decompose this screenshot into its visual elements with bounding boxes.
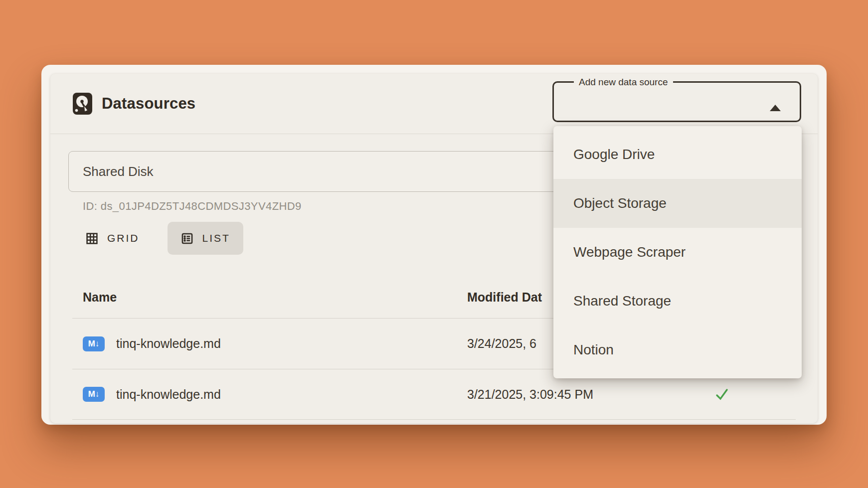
file-name: tinq-knowledge.md [116, 387, 221, 402]
list-icon [180, 232, 194, 245]
menu-item-google-drive[interactable]: Google Drive [553, 130, 802, 179]
menu-item-shared-storage[interactable]: Shared Storage [553, 277, 802, 325]
data-source-menu: Google Drive Object Storage Webpage Scra… [553, 126, 802, 378]
markdown-file-icon: M↓ [83, 336, 105, 351]
sync-success-check-icon [713, 386, 730, 403]
datasource-id: ID: ds_01JP4DZ5TJ48CDMDSJ3YV4ZHD9 [83, 200, 302, 213]
grid-view-button[interactable]: GRID [72, 222, 153, 255]
file-status [713, 386, 730, 403]
add-data-source-select[interactable]: Add new data source [552, 77, 801, 122]
hard-drive-icon [72, 92, 93, 115]
list-view-button[interactable]: LIST [168, 222, 243, 255]
menu-item-object-storage[interactable]: Object Storage [553, 179, 802, 228]
file-name: tinq-knowledge.md [116, 336, 221, 351]
add-data-source-label: Add new data source [574, 77, 673, 87]
column-header-name: Name [72, 290, 467, 305]
file-modified-date: 3/21/2025, 3:09:45 PM [467, 387, 686, 402]
markdown-file-icon: M↓ [83, 387, 105, 402]
list-view-label: LIST [202, 232, 230, 244]
view-toggle: GRID LIST [72, 222, 243, 255]
screen: Datasources ID: ds_01JP4DZ5TJ48CDMDSJ3YV… [0, 0, 868, 488]
chevron-up-icon [770, 105, 781, 111]
page-title: Datasources [102, 95, 195, 113]
grid-view-label: GRID [107, 232, 140, 244]
grid-icon [85, 232, 99, 245]
menu-item-webpage-scraper[interactable]: Webpage Scraper [553, 228, 802, 277]
menu-item-notion[interactable]: Notion [553, 325, 802, 374]
